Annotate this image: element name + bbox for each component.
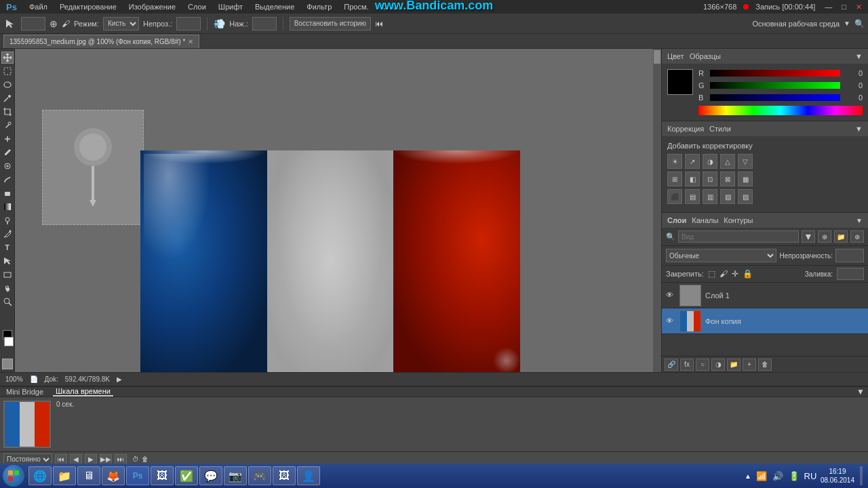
path-select-tool[interactable] [1, 255, 14, 267]
airbrush-icon[interactable]: 💨 [214, 18, 225, 29]
text-tool[interactable]: T [1, 241, 14, 253]
mini-bridge-tab[interactable]: Mini Bridge [3, 388, 46, 396]
delete-layer-btn[interactable]: 🗑 [758, 359, 772, 371]
layer-item-2[interactable]: 👁 Фон копия [662, 308, 868, 334]
quick-mask-btn[interactable] [2, 359, 13, 369]
taskbar-ie[interactable]: 🌐 [28, 466, 52, 485]
lock-position-icon[interactable]: ✛ [732, 269, 738, 279]
color-lookup-icon[interactable]: ▦ [738, 171, 753, 186]
taskbar-skype[interactable]: 💬 [199, 466, 222, 485]
lasso-tool[interactable] [1, 79, 14, 91]
new-group-layer-btn[interactable]: 📁 [727, 359, 741, 371]
taskbar-user[interactable]: 👤 [297, 466, 320, 485]
link-layers-btn[interactable]: 🔗 [665, 359, 678, 371]
blend-mode-select[interactable]: Обычные [666, 249, 776, 262]
layers-tab[interactable]: Слои [667, 216, 686, 224]
eraser-tool[interactable] [1, 187, 14, 199]
contours-tab[interactable]: Контуры [724, 216, 753, 224]
filter-type-select[interactable]: ▼ [802, 230, 815, 243]
r-slider[interactable] [710, 70, 840, 77]
lock-all-icon[interactable]: 🔒 [743, 269, 753, 279]
taskbar-steam[interactable]: 🎮 [248, 466, 271, 485]
history-brush-tool[interactable] [1, 174, 14, 186]
brush-hardness-icon[interactable]: 🖌 [62, 19, 70, 28]
new-layer-btn[interactable]: + [743, 359, 756, 371]
flow-value[interactable]: 100% [176, 17, 201, 30]
add-mask-btn[interactable]: ○ [696, 359, 709, 371]
color-swatch[interactable] [667, 69, 693, 95]
lock-paint-icon[interactable]: 🖌 [719, 269, 728, 279]
add-style-btn[interactable]: fx [680, 359, 694, 371]
gradient-map-icon[interactable]: ▧ [720, 189, 735, 204]
history-arrow[interactable]: ▶ [117, 375, 122, 383]
bottom-panel-arrow[interactable]: ▼ [856, 387, 865, 396]
opacity-input[interactable]: 100% [835, 249, 864, 262]
brush-tool[interactable] [1, 146, 14, 159]
color-panel-header[interactable]: Цвет Образцы ▼ [662, 49, 868, 64]
taskbar-check[interactable]: ✅ [175, 466, 198, 485]
layers-panel-arrow[interactable]: ▼ [856, 217, 863, 224]
crop-tool[interactable] [1, 106, 14, 118]
eyedropper-tool[interactable] [1, 119, 14, 131]
new-group-btn[interactable]: 📁 [834, 230, 848, 243]
posterize-icon[interactable]: ▤ [685, 189, 700, 204]
correction-panel-arrow[interactable]: ▼ [855, 125, 863, 133]
channels-tab[interactable]: Каналы [692, 216, 718, 224]
photo-filter-icon[interactable]: ⊡ [703, 171, 717, 186]
brush-size-input[interactable]: 30 [21, 17, 45, 30]
menu-image[interactable]: Изображение [126, 3, 178, 11]
color-spectrum[interactable] [698, 106, 863, 115]
magic-wand-tool[interactable] [1, 92, 14, 104]
restore-btn[interactable]: □ [839, 3, 849, 11]
selective-color-icon[interactable]: ▨ [738, 189, 753, 204]
menu-filter[interactable]: Фильтр [304, 3, 334, 11]
exposure-icon[interactable]: ◑ [703, 154, 717, 169]
zoom-tool[interactable] [1, 296, 14, 308]
invert-icon[interactable]: ⬛ [667, 189, 682, 204]
restore-history-btn[interactable]: Восстановить историю [290, 17, 371, 30]
minimize-btn[interactable]: — [822, 3, 835, 11]
frame-btn[interactable]: 🗑 [142, 455, 149, 463]
close-btn[interactable]: ✕ [853, 3, 865, 12]
layer-item-1[interactable]: 👁 Слой 1 [662, 283, 868, 308]
healing-tool[interactable] [1, 133, 14, 145]
taskbar-cam[interactable]: 📷 [224, 466, 247, 485]
lang-indicator[interactable]: RU [804, 470, 816, 482]
new-adjustment-btn[interactable]: ◑ [711, 359, 725, 371]
taskbar-explorer[interactable]: 📁 [53, 466, 76, 485]
color-panel-arrow[interactable]: ▼ [855, 52, 863, 60]
menu-edit[interactable]: Редактирование [57, 3, 119, 11]
shape-tool[interactable] [1, 268, 14, 281]
color-balance-icon[interactable]: ⊞ [667, 171, 682, 186]
canvas-scrollbar[interactable] [653, 49, 661, 372]
brush-options-icon[interactable]: ⊕ [50, 18, 58, 29]
gradient-tool[interactable] [1, 201, 14, 213]
taskbar-pc[interactable]: 🖥 [77, 466, 100, 485]
move-tool[interactable] [1, 52, 14, 64]
menu-style[interactable]: Стил. [378, 3, 403, 11]
tab-close-btn[interactable]: ✕ [188, 38, 193, 45]
dodge-tool[interactable] [1, 214, 14, 226]
layers-filter-input[interactable] [678, 230, 799, 243]
black-white-icon[interactable]: ◧ [685, 171, 700, 186]
pressure-value[interactable]: 100% [252, 17, 277, 30]
g-slider[interactable] [710, 82, 840, 89]
channel-mix-icon[interactable]: ⊠ [720, 171, 735, 186]
correction-panel-header[interactable]: Коррекция Стили ▼ [662, 121, 868, 136]
curves-icon[interactable]: ↗ [685, 154, 700, 169]
menu-file[interactable]: Файл [26, 3, 50, 11]
start-button[interactable] [3, 465, 24, 487]
clone-stamp-tool[interactable] [1, 160, 14, 172]
brightness-icon[interactable]: ☀ [667, 154, 682, 169]
canvas-area[interactable] [15, 49, 653, 372]
filter-toggle-btn[interactable]: ⊕ [818, 230, 831, 243]
history-icon[interactable]: ⏮ [375, 19, 383, 28]
volume-icon[interactable]: 🔊 [772, 470, 784, 482]
show-desktop-btn[interactable] [860, 466, 863, 485]
timeline-tab[interactable]: Шкала времени [53, 387, 113, 396]
menu-select[interactable]: Выделение [252, 3, 297, 11]
adjustment-layer-btn[interactable]: ⊕ [850, 230, 864, 243]
network-icon[interactable]: 📶 [755, 470, 768, 482]
show-hidden-icons[interactable]: ▲ [745, 472, 751, 480]
system-clock[interactable]: 16:19 08.06.2014 [821, 467, 854, 485]
